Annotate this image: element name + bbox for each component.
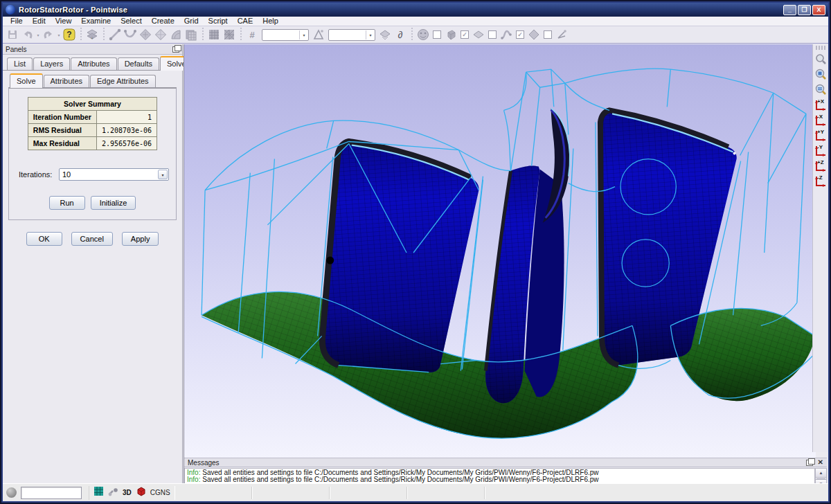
tab-list[interactable]: List [7, 57, 33, 70]
undo-dropdown-arrow[interactable]: ▾ [35, 28, 41, 42]
close-icon[interactable]: ✕ [818, 459, 823, 466]
chevron-down-icon[interactable]: ▾ [299, 30, 308, 39]
window-title: RotorStatorRotor - Pointwise [19, 6, 782, 14]
drag-handle[interactable] [816, 46, 825, 50]
database-checkbox[interactable] [544, 30, 552, 39]
menu-cae[interactable]: CAE [233, 17, 258, 26]
minimize-button[interactable]: _ [783, 5, 796, 15]
redo-dropdown-arrow[interactable]: ▾ [56, 28, 62, 42]
subtab-solve[interactable]: Solve [10, 73, 43, 88]
menu-file[interactable]: File [6, 17, 28, 26]
float-panel-icon[interactable] [806, 460, 813, 466]
angle-combo[interactable]: ▾ [328, 29, 375, 41]
dimension-combo[interactable]: ▾ [262, 29, 309, 41]
row-label: Iteration Number [28, 111, 96, 124]
tab-attributes[interactable]: Attributes [71, 57, 116, 70]
grid-mode-icon[interactable] [93, 486, 104, 499]
save-icon[interactable] [5, 28, 20, 42]
cube-icon[interactable] [443, 28, 458, 42]
menu-create[interactable]: Create [147, 17, 179, 26]
subtab-edge-attributes[interactable]: Edge Attributes [90, 75, 156, 87]
blocks-checkbox[interactable]: ✓ [461, 30, 469, 39]
connector-tool-icon[interactable] [107, 28, 123, 42]
selected-point-marker[interactable] [326, 257, 334, 264]
tab-layers[interactable]: Layers [33, 57, 70, 70]
menu-edit[interactable]: Edit [28, 17, 51, 26]
vector-icon[interactable] [554, 28, 569, 42]
iterations-combo[interactable]: 10 ▾ [59, 168, 169, 181]
menu-grid[interactable]: Grid [179, 17, 204, 26]
view-toolbar: +X -X +Y -Y +Z -Z [812, 44, 828, 452]
toolbar-separator [201, 28, 204, 42]
domain-assemble-icon[interactable] [153, 28, 168, 42]
connectors-checkbox[interactable]: ✓ [516, 30, 524, 39]
float-panel-icon[interactable] [172, 46, 179, 53]
layer-stack-icon[interactable]: + [84, 28, 100, 42]
structured-grid-icon[interactable] [206, 28, 222, 42]
scroll-up-icon[interactable]: ▲ [816, 469, 826, 478]
toolbar-separator [239, 28, 242, 42]
menu-script[interactable]: Script [204, 17, 233, 26]
menu-help[interactable]: Help [258, 17, 283, 26]
messages-header[interactable]: Messages ✕ [184, 458, 827, 467]
blade-left [321, 141, 479, 372]
subtab-attributes[interactable]: Attributes [44, 75, 89, 87]
ok-button[interactable]: OK [26, 232, 62, 246]
zoom-icon[interactable] [814, 53, 828, 66]
spline-tool-icon[interactable] [123, 28, 138, 42]
panels-header[interactable]: Panels [3, 44, 182, 55]
flat-domain-icon[interactable] [471, 28, 486, 42]
row-value: 1.208703e-06 [96, 124, 157, 137]
title-bar[interactable]: RotorStatorRotor - Pointwise _ ❐ X [3, 3, 828, 17]
restore-button[interactable]: ❐ [798, 5, 811, 15]
partial-derivative-icon[interactable]: ∂ [393, 28, 408, 42]
view-minus-x-icon[interactable]: -X [814, 114, 828, 127]
toolbar-separator [102, 28, 105, 42]
initialize-button[interactable]: Initialize [91, 196, 136, 210]
menu-select[interactable]: Select [116, 17, 147, 26]
curve-icon[interactable] [499, 28, 514, 42]
dimension-icon[interactable]: # [244, 28, 260, 42]
menu-view[interactable]: View [51, 17, 77, 26]
database-icon[interactable] [184, 28, 199, 42]
cae-solver-label: CGNS [150, 489, 170, 496]
toolbar-separator [410, 28, 413, 42]
cae-cube-icon [136, 486, 146, 499]
unstructured-grid-icon[interactable] [222, 28, 237, 42]
tab-defaults[interactable]: Defaults [118, 57, 159, 70]
view-plus-z-icon[interactable]: +Z [814, 159, 828, 173]
menu-examine[interactable]: Examine [76, 17, 116, 26]
help-icon[interactable]: ? [62, 28, 77, 42]
cancel-button[interactable]: Cancel [71, 232, 113, 246]
table-row: RMS Residual 1.208703e-06 [28, 124, 157, 137]
angle-tool-icon[interactable] [311, 28, 326, 42]
chevron-down-icon[interactable]: ▾ [158, 170, 168, 179]
undo-icon[interactable] [20, 28, 35, 42]
project-icon[interactable] [377, 28, 393, 42]
row-label: Max Residual [28, 137, 96, 150]
diamond-icon[interactable] [526, 28, 542, 42]
chevron-down-icon[interactable]: ▾ [366, 30, 375, 39]
close-button[interactable]: X [812, 5, 825, 15]
apply-button[interactable]: Apply [122, 232, 159, 246]
zoom-to-fit-icon[interactable] [814, 68, 828, 82]
redo-icon[interactable] [41, 28, 56, 42]
view-minus-y-icon[interactable]: -Y [814, 144, 828, 158]
view-plus-x-icon[interactable]: +X [814, 98, 828, 112]
link-icon[interactable] [108, 487, 118, 499]
status-input[interactable] [21, 487, 82, 499]
table-row: Max Residual 2.956576e-06 [28, 137, 157, 150]
mask-icon[interactable] [416, 28, 431, 42]
domain-tool-icon[interactable] [138, 28, 153, 42]
dimension-mode-label: 3D [123, 489, 132, 496]
menu-bar: File Edit View Examine Select Create Gri… [3, 17, 828, 26]
solver-summary-title: Solver Summary [28, 98, 157, 111]
viewport-3d[interactable] [184, 44, 816, 458]
block-tool-icon[interactable] [168, 28, 184, 42]
points-checkbox[interactable] [433, 30, 441, 39]
zoom-selection-icon[interactable] [814, 83, 828, 97]
view-minus-z-icon[interactable]: -Z [814, 174, 828, 188]
domains-checkbox[interactable] [488, 30, 497, 39]
view-plus-y-icon[interactable]: +Y [814, 129, 828, 143]
run-button[interactable]: Run [49, 196, 85, 210]
